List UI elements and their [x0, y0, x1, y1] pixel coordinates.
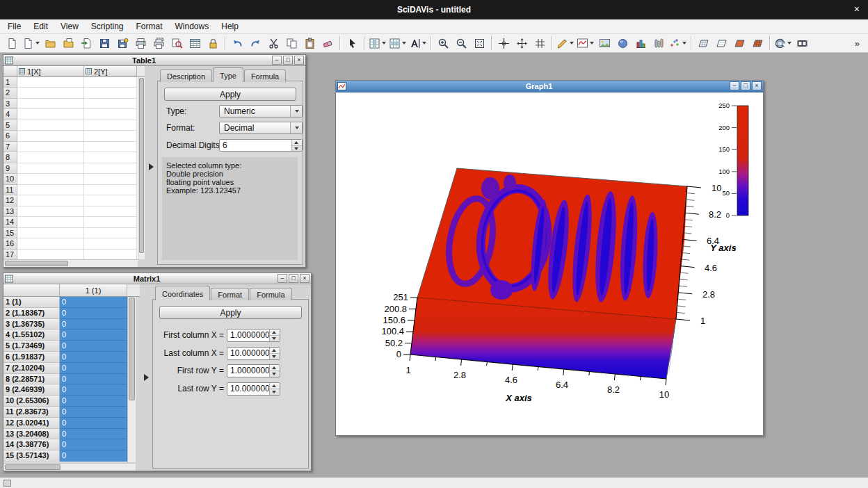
- table-cell[interactable]: [17, 99, 84, 109]
- spin-down-icon[interactable]: [292, 145, 302, 152]
- menu-view[interactable]: View: [54, 20, 85, 33]
- surface-plot-canvas[interactable]: 0 50.2 100.4 150.6 200.8 251 1 2.8 4.6 6…: [336, 92, 763, 435]
- minimize-button[interactable]: –: [730, 81, 739, 90]
- plot3d-pipes-icon[interactable]: [650, 35, 668, 51]
- column-header-1x[interactable]: 1[X]: [17, 66, 84, 77]
- row-header[interactable]: 14: [3, 217, 17, 227]
- matrix-corner-header[interactable]: [3, 284, 60, 297]
- matrix-row-header[interactable]: 15 (3.57143): [3, 450, 60, 462]
- apply-button[interactable]: Apply: [159, 306, 302, 319]
- table-cell[interactable]: [17, 228, 84, 238]
- undo-icon[interactable]: [228, 35, 246, 51]
- tab-coordinates[interactable]: Coordinates: [155, 286, 210, 300]
- matrix-cell[interactable]: 0: [60, 384, 127, 396]
- spin-down-icon[interactable]: [270, 353, 280, 359]
- table-cell[interactable]: [84, 228, 137, 238]
- menu-format[interactable]: Format: [130, 20, 169, 33]
- remove-data-icon[interactable]: [531, 35, 549, 51]
- add-function-icon[interactable]: [575, 35, 595, 51]
- matrix-row-header[interactable]: 8 (2.28571): [3, 374, 60, 385]
- table-cell[interactable]: [84, 238, 137, 249]
- matrix-cell[interactable]: 0: [60, 308, 127, 319]
- row-header[interactable]: 7: [3, 142, 17, 152]
- matrix-cell[interactable]: 0: [60, 297, 127, 308]
- table-cell[interactable]: [17, 152, 84, 163]
- row-header[interactable]: 4: [3, 109, 17, 120]
- move-data-icon[interactable]: [513, 35, 531, 51]
- rotation-mode-icon[interactable]: [773, 35, 793, 51]
- mesh-polygon-mode-icon[interactable]: [748, 35, 766, 51]
- row-header[interactable]: 1: [3, 77, 17, 88]
- table-vertical-scrollbar[interactable]: [138, 77, 145, 259]
- matrix-row-header[interactable]: 1 (1): [3, 297, 60, 308]
- table-cell[interactable]: [17, 217, 84, 227]
- zoom-in-icon[interactable]: [434, 35, 452, 51]
- tab-type[interactable]: Type: [213, 67, 243, 82]
- add-image-icon[interactable]: [595, 35, 613, 51]
- table-cell[interactable]: [84, 163, 137, 174]
- table-cell[interactable]: [84, 152, 137, 163]
- matrix-cell[interactable]: 0: [60, 363, 127, 374]
- menu-help[interactable]: Help: [215, 20, 245, 33]
- spin-up-icon[interactable]: [270, 365, 280, 371]
- table-cell[interactable]: [17, 250, 84, 260]
- table-cell[interactable]: [17, 131, 84, 141]
- text-format-icon[interactable]: [408, 35, 428, 51]
- paste-icon[interactable]: [300, 35, 319, 51]
- save-project-icon[interactable]: [95, 35, 113, 51]
- table-cell[interactable]: [17, 174, 84, 184]
- animation-icon[interactable]: [793, 35, 811, 51]
- table-cell[interactable]: [84, 185, 137, 195]
- minimize-button[interactable]: –: [278, 274, 287, 283]
- column-header-2y[interactable]: 2[Y]: [84, 66, 137, 77]
- copy-icon[interactable]: [282, 35, 300, 51]
- tab-formula[interactable]: Formula: [250, 288, 291, 300]
- menu-edit[interactable]: Edit: [27, 20, 54, 33]
- table-cell[interactable]: [17, 88, 84, 98]
- table-cell[interactable]: [84, 174, 137, 184]
- minimize-button[interactable]: –: [272, 56, 282, 65]
- table-cell[interactable]: [84, 120, 137, 131]
- format-combobox[interactable]: Decimal: [219, 122, 303, 134]
- table-cell[interactable]: [84, 206, 137, 217]
- pointer-icon[interactable]: [343, 35, 361, 51]
- select-row-icon[interactable]: [387, 35, 408, 51]
- spin-up-icon[interactable]: [270, 330, 280, 335]
- row-header[interactable]: 13: [3, 206, 17, 217]
- decimal-digits-spinbox[interactable]: 6: [219, 139, 303, 152]
- app-close-button[interactable]: ×: [854, 3, 860, 15]
- row-header[interactable]: 11: [3, 185, 17, 195]
- spin-down-icon[interactable]: [270, 335, 280, 341]
- table1-titlebar[interactable]: Table1 – □ ×: [3, 55, 305, 66]
- plot3d-sphere-icon[interactable]: [613, 35, 632, 51]
- type-combobox[interactable]: Numeric: [219, 105, 303, 117]
- new-table-icon[interactable]: [186, 35, 204, 51]
- table-cell[interactable]: [17, 109, 84, 120]
- maximize-button[interactable]: □: [289, 274, 298, 283]
- matrix-row-header[interactable]: 13 (3.20408): [3, 429, 60, 440]
- table-cell[interactable]: [17, 206, 84, 217]
- matrix-cell[interactable]: 0: [60, 374, 127, 385]
- matrix-vertical-scrollbar[interactable]: [127, 297, 136, 462]
- row-header[interactable]: 2: [3, 88, 17, 98]
- matrix-cell[interactable]: 0: [60, 439, 127, 450]
- first-row-y-spinbox[interactable]: 1.00000000: [227, 364, 280, 377]
- open-project-icon[interactable]: [41, 35, 59, 51]
- table-cell[interactable]: [17, 142, 84, 152]
- tab-formula[interactable]: Formula: [244, 70, 286, 82]
- maximize-button[interactable]: □: [283, 56, 293, 65]
- matrix-row-header[interactable]: 4 (1.55102): [3, 330, 60, 341]
- draw-line-icon[interactable]: [555, 35, 575, 51]
- plot3d-bars-icon[interactable]: [632, 35, 650, 51]
- table-cell[interactable]: [84, 250, 137, 260]
- table-cell[interactable]: [84, 131, 137, 141]
- matrix-cell[interactable]: 0: [60, 396, 127, 407]
- maximize-button[interactable]: □: [741, 81, 750, 90]
- select-column-icon[interactable]: [367, 35, 387, 51]
- hiddenline-mode-icon[interactable]: [712, 35, 730, 51]
- table-cell[interactable]: [84, 99, 137, 109]
- matrix-row-header[interactable]: 14 (3.38776): [3, 439, 60, 450]
- table-cell[interactable]: [17, 120, 84, 131]
- matrix-cell[interactable]: 0: [60, 407, 127, 418]
- table-cell[interactable]: [84, 109, 137, 120]
